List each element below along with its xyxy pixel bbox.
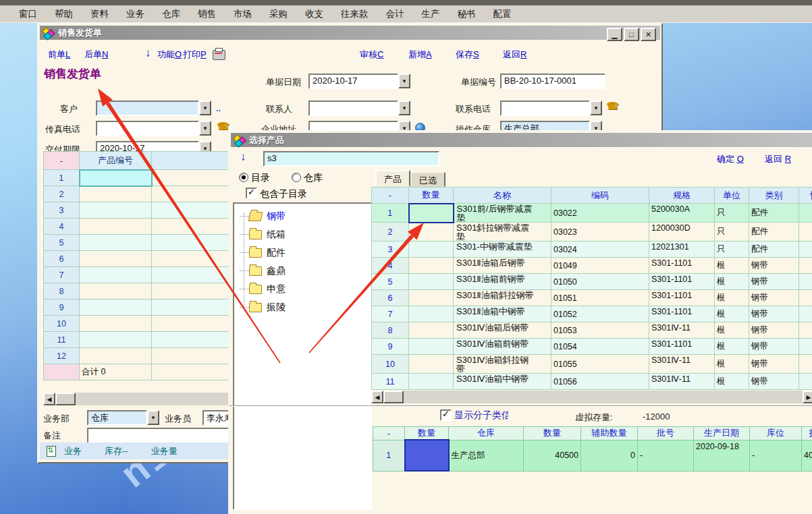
code-cell[interactable]: 01051 [551,290,649,306]
product-row[interactable]: 1S301前/后钢带减震垫030225200030A只配件 [372,204,812,223]
stock-col-header[interactable]: 生产日期 [694,427,750,440]
save-button[interactable]: 保存S [456,49,479,61]
customer-combo[interactable]: ▼ [96,101,211,115]
item-code-cell[interactable] [80,316,152,332]
stock-cell[interactable]: - [750,440,802,471]
category-cell[interactable]: 配件 [749,241,799,258]
stock-col-header[interactable]: - [373,427,405,440]
item-code-cell[interactable] [80,299,152,316]
add-button[interactable]: 新增A [408,49,432,61]
back-button[interactable]: 返回R [503,49,526,61]
extra-cell[interactable] [799,241,812,258]
maximize-button[interactable]: □ [624,28,639,41]
items-corner-header[interactable]: - [44,152,80,170]
doc-date-combo[interactable]: 2020-10-17▼ [308,74,410,88]
footer-link[interactable]: 业务量 [151,445,178,457]
stock-col-header[interactable]: 数量 [524,427,581,440]
product-col-header[interactable]: 规格 [649,188,715,204]
menu-item-采购[interactable]: 采购 [269,8,288,20]
spec-cell[interactable]: S301-1101 [649,274,715,290]
code-cell[interactable]: 03024 [551,241,649,258]
qty-cell[interactable] [409,274,454,290]
show-molecule-checkbox[interactable]: 显示分子类信 [440,409,508,422]
category-cell[interactable]: 钢带 [749,355,799,374]
extra-cell[interactable] [799,274,812,290]
product-row[interactable]: 5S301Ⅱ油箱前钢带01050S301-1101根钢带 [372,274,812,290]
product-row[interactable]: 3S301-中钢带减震垫0302412021301只配件 [372,241,812,258]
tree-item-配件[interactable]: 配件 [234,244,371,262]
items-col-header[interactable]: 产品编号 [80,152,152,170]
name-cell[interactable]: S301Ⅳ油箱前钢带 [454,339,551,355]
extra-cell[interactable] [799,306,812,322]
product-col-header[interactable]: 类别 [749,188,799,204]
code-cell[interactable]: 01052 [551,306,649,322]
tree-item-振陵[interactable]: 振陵 [234,298,371,316]
function-button[interactable]: 功能O [157,49,182,61]
menu-item-收支[interactable]: 收支 [305,8,323,20]
radio-warehouse[interactable]: 仓库 [292,172,323,184]
stock-cell[interactable]: 1 [373,440,405,471]
dept-combo[interactable]: 仓库▼ [87,410,159,425]
qty-cell[interactable] [409,241,454,258]
product-col-header[interactable]: 编码 [551,188,649,204]
item-code-cell[interactable] [80,251,152,267]
stock-col-header[interactable]: 库位 [750,427,802,440]
menu-item-窗口[interactable]: 窗口 [19,8,37,20]
product-col-header[interactable]: 数量 [409,188,454,204]
menu-item-帮助[interactable]: 帮助 [55,8,73,20]
extra-cell[interactable] [799,322,812,339]
code-cell[interactable]: 01053 [551,322,649,339]
name-cell[interactable]: S301Ⅳ油箱中钢带 [454,374,551,390]
item-code-cell[interactable] [80,267,152,283]
qty-cell[interactable] [409,322,454,339]
tree-item-钢带[interactable]: 钢带 [234,207,371,225]
stock-row[interactable]: 1生产总部405000-2020-09-18-40500 [373,440,812,471]
product-row[interactable]: 6S301Ⅱ油箱斜拉钢带01051S301-1101根钢带 [372,290,812,306]
stock-cell[interactable]: 2020-09-18 [694,440,750,471]
item-code-cell[interactable] [80,186,152,202]
item-code-cell[interactable] [80,170,152,186]
product-col-header[interactable]: 名称 [454,188,551,204]
unit-cell[interactable]: 根 [715,374,749,390]
phone-icon[interactable]: ☎ [606,100,619,112]
spec-cell[interactable]: 1200030D [649,223,715,241]
phone-combo[interactable]: ▼ [500,101,602,115]
stock-cell[interactable]: - [638,440,694,471]
category-cell[interactable]: 钢带 [749,258,799,274]
stock-col-header[interactable]: 辅助数量 [581,427,638,440]
product-row[interactable]: 7S301Ⅱ油箱中钢带01052S301-1101根钢带 [372,306,812,322]
next-doc-button[interactable]: 后单N [84,49,108,61]
prev-doc-button[interactable]: 前单L [48,49,70,61]
name-cell[interactable]: S301Ⅳ油箱后钢带 [454,322,551,339]
extra-cell[interactable] [799,339,812,355]
stock-cell[interactable]: 40500 [524,440,581,471]
dialog-titlebar[interactable]: 选择产品 [231,133,812,147]
qty-cell[interactable] [409,223,454,241]
spec-cell[interactable]: 5200030A [649,204,715,223]
unit-cell[interactable]: 根 [715,339,749,355]
menu-item-资料[interactable]: 资料 [90,8,109,20]
qty-cell[interactable] [409,355,454,374]
spec-cell[interactable]: 12021301 [649,241,715,258]
menu-item-仓库[interactable]: 仓库 [162,8,180,20]
fax-phone-icon[interactable]: ☎ [217,120,229,132]
include-subdir-checkbox[interactable]: 包含子目录 [246,188,307,200]
footer-link[interactable]: 业务 [64,445,82,457]
item-code-cell[interactable] [80,332,152,348]
tree-item-纸箱[interactable]: 纸箱 [234,225,371,244]
product-row[interactable]: 8S301Ⅳ油箱后钢带01053S301Ⅳ-11根钢带 [372,322,812,339]
extra-cell[interactable] [799,204,812,223]
print-button[interactable]: 打印P [183,49,207,61]
product-row[interactable]: 2S301斜拉钢带减震垫030231200030D只配件 [372,223,812,241]
tab-product[interactable]: 产品 [375,170,410,187]
menu-item-配置[interactable]: 配置 [493,8,512,20]
spec-cell[interactable]: S301-1101 [649,258,715,274]
unit-cell[interactable]: 只 [715,204,749,223]
name-cell[interactable]: S301Ⅱ油箱前钢带 [454,274,551,290]
refresh-doc-icon[interactable] [47,446,56,457]
qty-cell[interactable] [409,204,454,223]
category-cell[interactable]: 钢带 [749,306,799,322]
qty-cell[interactable] [409,339,454,355]
spec-cell[interactable]: S301Ⅳ-11 [649,355,715,374]
spec-cell[interactable]: S301-1101 [649,339,715,355]
